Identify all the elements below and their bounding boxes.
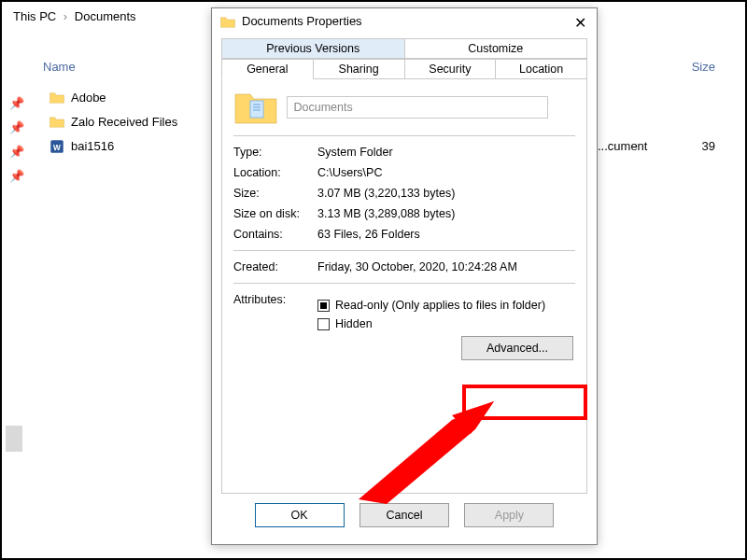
location-label: Location: [233,166,317,179]
tabs: Previous Versions Customize General Shar… [221,36,587,81]
file-type: ...cument [598,134,647,159]
properties-dialog: Documents Properties ✕ Previous Versions… [211,7,598,545]
divider [233,250,575,251]
type-label: Type: [233,146,317,159]
folder-icon [49,114,65,131]
word-doc-icon: W [49,138,65,155]
column-size[interactable]: Size [692,60,715,74]
breadcrumb-item[interactable]: Documents [75,9,136,23]
file-size: 39 [702,134,715,159]
folder-icon [49,90,65,106]
divider [233,135,575,136]
selection-marker [6,426,22,452]
folder-icon [219,14,236,31]
button-bar: OK Cancel Apply [212,503,597,535]
created-label: Created: [233,260,317,273]
column-name[interactable]: Name [43,60,76,74]
contains-label: Contains: [233,228,317,241]
contains-value: 63 Files, 26 Folders [317,228,575,241]
file-name: Adobe [71,86,106,110]
svg-text:W: W [53,144,61,152]
folder-large-icon [233,89,278,126]
size-label: Size: [233,187,317,200]
type-value: System Folder [317,146,575,159]
created-value: Friday, 30 October, 2020, 10:24:28 AM [317,260,575,273]
folder-name-input[interactable]: Documents [287,96,548,119]
general-panel: Documents Type:System Folder Location:C:… [221,76,587,494]
svg-rect-2 [250,101,263,118]
breadcrumb-item[interactable]: This PC [13,9,56,23]
chevron-right-icon: › [63,9,67,23]
apply-button[interactable]: Apply [464,503,554,527]
tab-previous-versions[interactable]: Previous Versions [221,38,405,59]
size-on-disk-label: Size on disk: [233,207,317,220]
titlebar[interactable]: Documents Properties ✕ [212,8,597,36]
tab-general[interactable]: General [221,59,314,79]
hidden-checkbox[interactable] [317,318,330,330]
readonly-checkbox[interactable] [317,300,330,312]
advanced-button[interactable]: Advanced... [461,336,573,360]
ok-button[interactable]: OK [255,503,345,527]
close-button[interactable]: ✕ [571,14,589,33]
explorer-window: This PC › Documents Name Size 📌 Adobe 📌 … [4,4,743,556]
divider [233,283,575,284]
cancel-button[interactable]: Cancel [359,503,449,527]
dialog-title: Documents Properties [242,14,362,28]
attributes-label: Attributes: [233,293,317,364]
readonly-label: Read-only (Only applies to files in fold… [335,299,545,312]
file-name: Zalo Received Files [71,110,177,134]
size-on-disk-value: 3.13 MB (3,289,088 bytes) [317,207,575,220]
size-value: 3.07 MB (3,220,133 bytes) [317,187,575,200]
location-value: C:\Users\PC [317,166,575,179]
tab-customize[interactable]: Customize [404,38,588,59]
file-name: bai1516 [71,134,114,159]
pin-icon: 📌 [9,164,24,189]
hidden-label: Hidden [335,317,373,330]
